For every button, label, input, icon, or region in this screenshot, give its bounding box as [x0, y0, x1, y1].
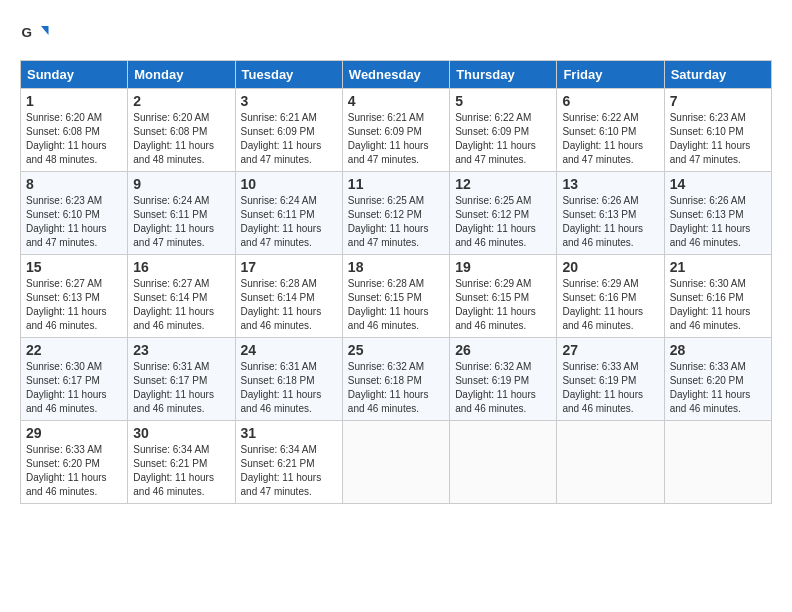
day-info: Sunrise: 6:32 AM Sunset: 6:19 PM Dayligh… [455, 360, 551, 416]
day-info: Sunrise: 6:21 AM Sunset: 6:09 PM Dayligh… [348, 111, 444, 167]
day-number: 31 [241, 425, 337, 441]
col-saturday: Saturday [664, 61, 771, 89]
logo: G [20, 20, 54, 50]
calendar-week-row: 22Sunrise: 6:30 AM Sunset: 6:17 PM Dayli… [21, 338, 772, 421]
table-row: 18Sunrise: 6:28 AM Sunset: 6:15 PM Dayli… [342, 255, 449, 338]
day-info: Sunrise: 6:31 AM Sunset: 6:18 PM Dayligh… [241, 360, 337, 416]
day-info: Sunrise: 6:23 AM Sunset: 6:10 PM Dayligh… [26, 194, 122, 250]
logo-icon: G [20, 20, 50, 50]
day-number: 14 [670, 176, 766, 192]
day-info: Sunrise: 6:23 AM Sunset: 6:10 PM Dayligh… [670, 111, 766, 167]
table-row: 7Sunrise: 6:23 AM Sunset: 6:10 PM Daylig… [664, 89, 771, 172]
day-info: Sunrise: 6:22 AM Sunset: 6:10 PM Dayligh… [562, 111, 658, 167]
col-wednesday: Wednesday [342, 61, 449, 89]
day-number: 27 [562, 342, 658, 358]
day-info: Sunrise: 6:20 AM Sunset: 6:08 PM Dayligh… [26, 111, 122, 167]
day-number: 18 [348, 259, 444, 275]
day-info: Sunrise: 6:21 AM Sunset: 6:09 PM Dayligh… [241, 111, 337, 167]
day-info: Sunrise: 6:34 AM Sunset: 6:21 PM Dayligh… [133, 443, 229, 499]
day-number: 9 [133, 176, 229, 192]
calendar-week-row: 1Sunrise: 6:20 AM Sunset: 6:08 PM Daylig… [21, 89, 772, 172]
day-number: 6 [562, 93, 658, 109]
table-row: 16Sunrise: 6:27 AM Sunset: 6:14 PM Dayli… [128, 255, 235, 338]
day-info: Sunrise: 6:22 AM Sunset: 6:09 PM Dayligh… [455, 111, 551, 167]
day-info: Sunrise: 6:34 AM Sunset: 6:21 PM Dayligh… [241, 443, 337, 499]
day-number: 1 [26, 93, 122, 109]
day-number: 15 [26, 259, 122, 275]
day-info: Sunrise: 6:29 AM Sunset: 6:16 PM Dayligh… [562, 277, 658, 333]
table-row: 3Sunrise: 6:21 AM Sunset: 6:09 PM Daylig… [235, 89, 342, 172]
col-monday: Monday [128, 61, 235, 89]
table-row: 28Sunrise: 6:33 AM Sunset: 6:20 PM Dayli… [664, 338, 771, 421]
day-info: Sunrise: 6:26 AM Sunset: 6:13 PM Dayligh… [670, 194, 766, 250]
day-number: 17 [241, 259, 337, 275]
day-number: 11 [348, 176, 444, 192]
table-row: 29Sunrise: 6:33 AM Sunset: 6:20 PM Dayli… [21, 421, 128, 504]
table-row: 12Sunrise: 6:25 AM Sunset: 6:12 PM Dayli… [450, 172, 557, 255]
day-number: 26 [455, 342, 551, 358]
day-number: 12 [455, 176, 551, 192]
day-info: Sunrise: 6:20 AM Sunset: 6:08 PM Dayligh… [133, 111, 229, 167]
day-number: 30 [133, 425, 229, 441]
day-info: Sunrise: 6:29 AM Sunset: 6:15 PM Dayligh… [455, 277, 551, 333]
page-header: G [20, 20, 772, 50]
day-info: Sunrise: 6:27 AM Sunset: 6:14 PM Dayligh… [133, 277, 229, 333]
table-row: 15Sunrise: 6:27 AM Sunset: 6:13 PM Dayli… [21, 255, 128, 338]
day-number: 8 [26, 176, 122, 192]
day-info: Sunrise: 6:30 AM Sunset: 6:16 PM Dayligh… [670, 277, 766, 333]
day-info: Sunrise: 6:30 AM Sunset: 6:17 PM Dayligh… [26, 360, 122, 416]
table-row: 31Sunrise: 6:34 AM Sunset: 6:21 PM Dayli… [235, 421, 342, 504]
day-info: Sunrise: 6:28 AM Sunset: 6:15 PM Dayligh… [348, 277, 444, 333]
table-row: 4Sunrise: 6:21 AM Sunset: 6:09 PM Daylig… [342, 89, 449, 172]
calendar-week-row: 29Sunrise: 6:33 AM Sunset: 6:20 PM Dayli… [21, 421, 772, 504]
day-number: 24 [241, 342, 337, 358]
table-row: 9Sunrise: 6:24 AM Sunset: 6:11 PM Daylig… [128, 172, 235, 255]
table-row [664, 421, 771, 504]
day-info: Sunrise: 6:33 AM Sunset: 6:20 PM Dayligh… [670, 360, 766, 416]
day-info: Sunrise: 6:33 AM Sunset: 6:19 PM Dayligh… [562, 360, 658, 416]
calendar-week-row: 8Sunrise: 6:23 AM Sunset: 6:10 PM Daylig… [21, 172, 772, 255]
table-row: 11Sunrise: 6:25 AM Sunset: 6:12 PM Dayli… [342, 172, 449, 255]
day-number: 29 [26, 425, 122, 441]
day-number: 16 [133, 259, 229, 275]
table-row: 30Sunrise: 6:34 AM Sunset: 6:21 PM Dayli… [128, 421, 235, 504]
calendar-table: Sunday Monday Tuesday Wednesday Thursday… [20, 60, 772, 504]
day-number: 20 [562, 259, 658, 275]
col-tuesday: Tuesday [235, 61, 342, 89]
table-row: 8Sunrise: 6:23 AM Sunset: 6:10 PM Daylig… [21, 172, 128, 255]
calendar-week-row: 15Sunrise: 6:27 AM Sunset: 6:13 PM Dayli… [21, 255, 772, 338]
svg-text:G: G [22, 25, 33, 40]
day-info: Sunrise: 6:25 AM Sunset: 6:12 PM Dayligh… [348, 194, 444, 250]
table-row: 5Sunrise: 6:22 AM Sunset: 6:09 PM Daylig… [450, 89, 557, 172]
day-number: 28 [670, 342, 766, 358]
day-number: 22 [26, 342, 122, 358]
table-row: 14Sunrise: 6:26 AM Sunset: 6:13 PM Dayli… [664, 172, 771, 255]
day-number: 10 [241, 176, 337, 192]
table-row: 19Sunrise: 6:29 AM Sunset: 6:15 PM Dayli… [450, 255, 557, 338]
svg-marker-1 [41, 26, 49, 35]
table-row [450, 421, 557, 504]
table-row: 2Sunrise: 6:20 AM Sunset: 6:08 PM Daylig… [128, 89, 235, 172]
day-number: 4 [348, 93, 444, 109]
table-row: 20Sunrise: 6:29 AM Sunset: 6:16 PM Dayli… [557, 255, 664, 338]
table-row: 1Sunrise: 6:20 AM Sunset: 6:08 PM Daylig… [21, 89, 128, 172]
table-row: 24Sunrise: 6:31 AM Sunset: 6:18 PM Dayli… [235, 338, 342, 421]
table-row: 25Sunrise: 6:32 AM Sunset: 6:18 PM Dayli… [342, 338, 449, 421]
table-row: 27Sunrise: 6:33 AM Sunset: 6:19 PM Dayli… [557, 338, 664, 421]
day-info: Sunrise: 6:28 AM Sunset: 6:14 PM Dayligh… [241, 277, 337, 333]
day-info: Sunrise: 6:31 AM Sunset: 6:17 PM Dayligh… [133, 360, 229, 416]
day-number: 23 [133, 342, 229, 358]
day-info: Sunrise: 6:32 AM Sunset: 6:18 PM Dayligh… [348, 360, 444, 416]
table-row: 13Sunrise: 6:26 AM Sunset: 6:13 PM Dayli… [557, 172, 664, 255]
table-row [557, 421, 664, 504]
table-row: 22Sunrise: 6:30 AM Sunset: 6:17 PM Dayli… [21, 338, 128, 421]
day-number: 7 [670, 93, 766, 109]
col-thursday: Thursday [450, 61, 557, 89]
day-info: Sunrise: 6:24 AM Sunset: 6:11 PM Dayligh… [241, 194, 337, 250]
day-info: Sunrise: 6:24 AM Sunset: 6:11 PM Dayligh… [133, 194, 229, 250]
day-number: 13 [562, 176, 658, 192]
table-row [342, 421, 449, 504]
table-row: 26Sunrise: 6:32 AM Sunset: 6:19 PM Dayli… [450, 338, 557, 421]
day-info: Sunrise: 6:33 AM Sunset: 6:20 PM Dayligh… [26, 443, 122, 499]
day-info: Sunrise: 6:26 AM Sunset: 6:13 PM Dayligh… [562, 194, 658, 250]
